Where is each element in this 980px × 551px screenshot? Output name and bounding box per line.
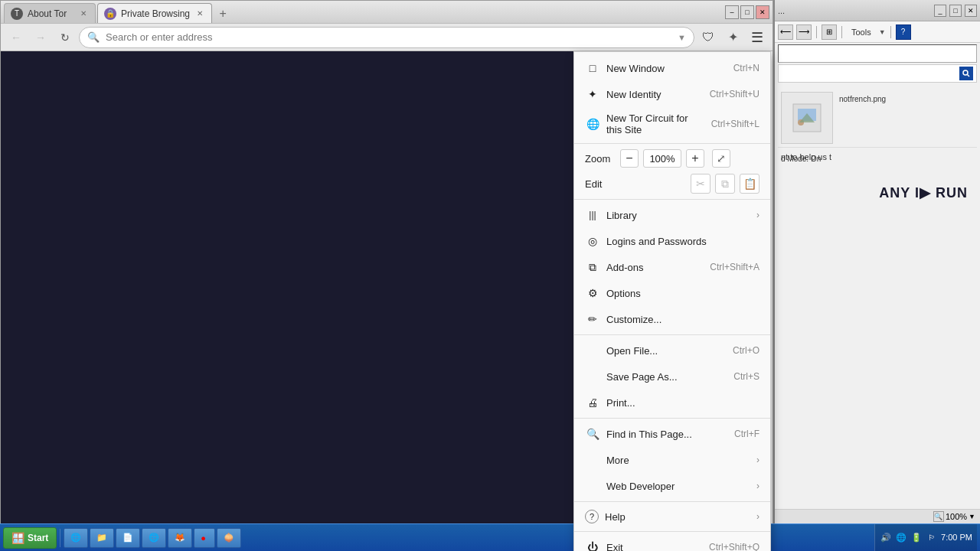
rp-address-bar[interactable]: [778, 44, 977, 63]
rp-thumbnail: [781, 92, 833, 144]
menu-item-options[interactable]: ⚙ Options: [574, 280, 770, 306]
taskbar-task-browser2[interactable]: 🌐: [142, 528, 166, 548]
maximize-button[interactable]: □: [740, 5, 754, 19]
edit-label: Edit: [585, 178, 623, 190]
taskbar-task-ie[interactable]: 🌐: [64, 528, 88, 548]
back-button[interactable]: ←: [5, 27, 27, 48]
cut-button[interactable]: ✂: [691, 174, 710, 194]
menu-item-help[interactable]: ? Help ›: [574, 504, 770, 529]
taskbar-task-explorer[interactable]: 📁: [90, 528, 114, 548]
menu-item-label-open-file: Open File...: [606, 345, 727, 357]
rp-zoom-icon[interactable]: 🔍: [933, 511, 944, 522]
menu-item-addons[interactable]: ⧉ Add-ons Ctrl+Shift+A: [574, 254, 770, 280]
tab-close-tor[interactable]: ✕: [78, 8, 89, 19]
menu-item-more[interactable]: More ›: [574, 447, 770, 473]
tray-icon-network[interactable]: 🌐: [895, 532, 907, 544]
right-panel-title: ...: [778, 6, 931, 15]
taskbar: 🪟 Start 🌐 📁 📄 🌐 🦊 ● 🧅 🔊 🌐 🔋 🏳 7:00 PM: [0, 523, 980, 551]
tab-private-browsing[interactable]: 🔒 Private Browsing ✕: [97, 3, 212, 23]
customize-icon: ✏: [585, 311, 600, 327]
tab-icon-tor: T: [11, 8, 23, 20]
tab-about-tor[interactable]: T About Tor ✕: [4, 3, 96, 23]
menu-item-library[interactable]: ||| Library ›: [574, 202, 770, 228]
menu-item-new-window[interactable]: □ New Window Ctrl+N: [574, 55, 770, 81]
menu-item-find[interactable]: 🔍 Find in This Page... Ctrl+F: [574, 421, 770, 447]
taskbar-sep-1: [60, 529, 60, 547]
separator-4: [574, 418, 770, 419]
menu-item-customize[interactable]: ✏ Customize...: [574, 306, 770, 332]
menu-item-save-page[interactable]: Save Page As... Ctrl+S: [574, 364, 770, 390]
paste-button[interactable]: 📋: [740, 174, 760, 194]
library-arrow: ›: [756, 210, 760, 220]
reload-button[interactable]: ↻: [54, 27, 76, 48]
menu-icon[interactable]: ☰: [746, 27, 768, 48]
rp-zoom-arrow: ▼: [969, 513, 975, 520]
rp-toolbar-icon-3[interactable]: ⊞: [822, 24, 837, 40]
zoom-label: Zoom: [585, 153, 616, 165]
rp-toolbar-icon-2[interactable]: ⟶: [796, 24, 812, 40]
menu-item-new-tor-circuit[interactable]: 🌐 New Tor Circuit for this Site Ctrl+Shi…: [574, 107, 770, 141]
rp-tools-menu[interactable]: Tools: [847, 26, 876, 38]
new-tab-button[interactable]: +: [214, 5, 232, 23]
zoom-minus-button[interactable]: −: [620, 149, 639, 168]
minimize-button[interactable]: –: [725, 5, 739, 19]
logins-icon: ◎: [585, 233, 600, 249]
tray-icon-battery[interactable]: 🔋: [910, 532, 923, 544]
menu-item-label-new-window: New Window: [606, 63, 727, 74]
rp-search-button[interactable]: [959, 67, 973, 80]
close-button[interactable]: ✕: [756, 5, 769, 19]
rp-toolbar-icon-1[interactable]: ⟵: [778, 24, 793, 40]
taskbar-task-tor[interactable]: 🧅: [217, 528, 241, 548]
addons-icon: ⧉: [585, 259, 600, 275]
tab-label-tor: About Tor: [28, 8, 74, 19]
menu-item-web-developer[interactable]: Web Developer ›: [574, 473, 770, 499]
taskbar-task-notepad[interactable]: 📄: [116, 528, 140, 548]
new-identity-icon: ✦: [585, 86, 600, 102]
menu-shortcut-exit: Ctrl+Shift+Q: [709, 542, 760, 551]
menu-item-new-identity[interactable]: ✦ New Identity Ctrl+Shift+U: [574, 81, 770, 107]
onion-icon[interactable]: ✦: [722, 27, 743, 48]
rp-main-content: notfrench.png nt to help us t ANY I▶ RUN…: [775, 86, 980, 209]
rp-tools-arrow: ▼: [879, 28, 886, 36]
address-input[interactable]: [106, 31, 671, 43]
tray-icon-sound[interactable]: 🔊: [880, 532, 892, 544]
menu-item-logins[interactable]: ◎ Logins and Passwords: [574, 228, 770, 254]
copy-button[interactable]: ⧉: [715, 174, 735, 194]
more-icon: [585, 452, 600, 468]
rp-maximize[interactable]: □: [949, 5, 962, 17]
rp-help-icon[interactable]: ?: [896, 24, 911, 40]
menu-item-open-file[interactable]: Open File... Ctrl+O: [574, 337, 770, 364]
rp-minimize[interactable]: _: [934, 5, 946, 17]
taskbar-task-firefox[interactable]: 🦊: [168, 528, 192, 548]
start-orb: 🪟: [11, 532, 24, 544]
address-bar[interactable]: 🔍 ▼: [79, 27, 694, 48]
clock-display[interactable]: 7:00 PM: [941, 532, 972, 543]
shield-icon[interactable]: 🛡: [697, 27, 719, 48]
start-label: Start: [28, 533, 48, 543]
forward-button[interactable]: →: [30, 27, 51, 48]
zoom-plus-button[interactable]: +: [686, 149, 704, 168]
menu-item-label-customize: Customize...: [606, 314, 760, 325]
edit-icons: ✂ ⧉ 📋: [691, 174, 760, 194]
menu-item-label-help: Help: [605, 511, 753, 523]
menu-item-label-save-page: Save Page As...: [606, 371, 727, 383]
menu-item-exit[interactable]: ⏻ Exit Ctrl+Shift+Q: [574, 534, 770, 551]
menu-shortcut-open-file: Ctrl+O: [733, 345, 760, 356]
start-button[interactable]: 🪟 Start: [3, 527, 57, 549]
tab-close-private[interactable]: ✕: [194, 8, 205, 19]
svg-line-1: [968, 75, 970, 77]
rp-zoom-bar: 🔍 100% ▼: [775, 509, 980, 523]
menu-shortcut-new-window: Ctrl+N: [733, 63, 760, 73]
right-panel-titlebar: ... _ □ ✕: [775, 0, 980, 21]
address-dropdown-icon[interactable]: ▼: [678, 33, 686, 42]
menu-item-print[interactable]: 🖨 Print...: [574, 390, 770, 416]
menu-item-label-web-developer: Web Developer: [606, 481, 753, 492]
taskbar-task-red[interactable]: ●: [194, 528, 215, 548]
fullscreen-button[interactable]: ⤢: [712, 149, 730, 168]
tray-icon-flag[interactable]: 🏳: [926, 532, 938, 544]
menu-shortcut-tor-circuit: Ctrl+Shift+L: [711, 119, 760, 129]
rp-close[interactable]: ✕: [965, 5, 977, 17]
rp-search-input[interactable]: [782, 70, 959, 78]
separator-1: [574, 143, 770, 144]
save-page-icon: [585, 369, 600, 384]
